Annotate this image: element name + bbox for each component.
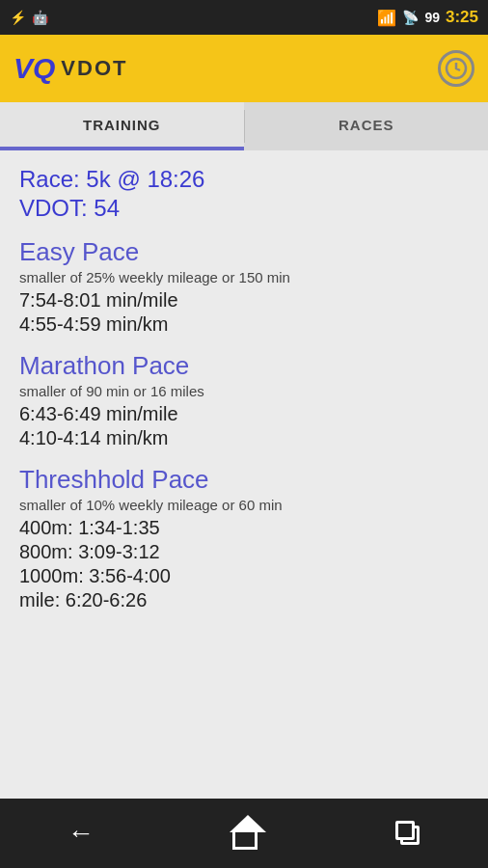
wifi-icon: 📶	[377, 9, 396, 27]
nav-bar: ←	[0, 799, 488, 868]
home-button[interactable]	[209, 809, 281, 857]
status-bar-left: ⚡ 🤖	[10, 10, 48, 25]
lightning-icon: ⚡	[10, 10, 26, 25]
tab-training[interactable]: TRAINING	[0, 102, 244, 150]
race-info: Race: 5k @ 18:26 VDOT: 54	[19, 166, 469, 222]
app-title: VDOT	[61, 56, 127, 81]
status-time: 3:25	[446, 8, 478, 27]
app-bar: VQ VDOT	[0, 35, 488, 102]
marathon-pace-section: Marathon Pace smaller of 90 min or 16 mi…	[19, 351, 469, 449]
threshold-mile: mile: 6:20-6:26	[19, 589, 469, 611]
home-icon	[232, 832, 258, 850]
marathon-pace-km: 4:10-4:14 min/km	[19, 427, 469, 449]
marathon-pace-title: Marathon Pace	[19, 351, 469, 381]
back-button[interactable]: ←	[48, 810, 114, 856]
tab-races[interactable]: RACES	[245, 102, 489, 150]
back-icon: ←	[68, 818, 95, 848]
signal-icon: 📡	[402, 10, 419, 25]
threshold-pace-subtitle: smaller of 10% weekly mileage or 60 min	[19, 497, 469, 513]
clock-icon[interactable]	[438, 50, 474, 87]
threshold-pace-section: Threshhold Pace smaller of 10% weekly mi…	[19, 465, 469, 611]
app-logo: VQ VDOT	[14, 52, 127, 85]
easy-pace-title: Easy Pace	[19, 237, 469, 267]
vdot-line: VDOT: 54	[19, 195, 469, 222]
easy-pace-subtitle: smaller of 25% weekly mileage or 150 min	[19, 269, 469, 285]
threshold-400m: 400m: 1:34-1:35	[19, 517, 469, 539]
threshold-800m: 800m: 3:09-3:12	[19, 541, 469, 563]
status-bar: ⚡ 🤖 📶 📡 99 3:25	[0, 0, 488, 35]
tabs-bar: TRAINING RACES	[0, 102, 488, 150]
race-line: Race: 5k @ 18:26	[19, 166, 469, 193]
threshold-1000m: 1000m: 3:56-4:00	[19, 565, 469, 587]
easy-pace-km: 4:55-4:59 min/km	[19, 313, 469, 336]
easy-pace-mile: 7:54-8:01 min/mile	[19, 289, 469, 312]
android-icon: 🤖	[32, 10, 48, 25]
marathon-pace-subtitle: smaller of 90 min or 16 miles	[19, 383, 469, 399]
vq-logo-text: VQ	[14, 52, 55, 85]
easy-pace-section: Easy Pace smaller of 25% weekly mileage …	[19, 237, 469, 336]
threshold-pace-title: Threshhold Pace	[19, 465, 469, 495]
recents-icon	[395, 821, 420, 846]
status-bar-right: 📶 📡 99 3:25	[377, 8, 478, 27]
main-content: Race: 5k @ 18:26 VDOT: 54 Easy Pace smal…	[0, 150, 488, 799]
marathon-pace-mile: 6:43-6:49 min/mile	[19, 403, 469, 425]
recents-button[interactable]	[376, 813, 440, 854]
battery-level: 99	[424, 10, 440, 25]
